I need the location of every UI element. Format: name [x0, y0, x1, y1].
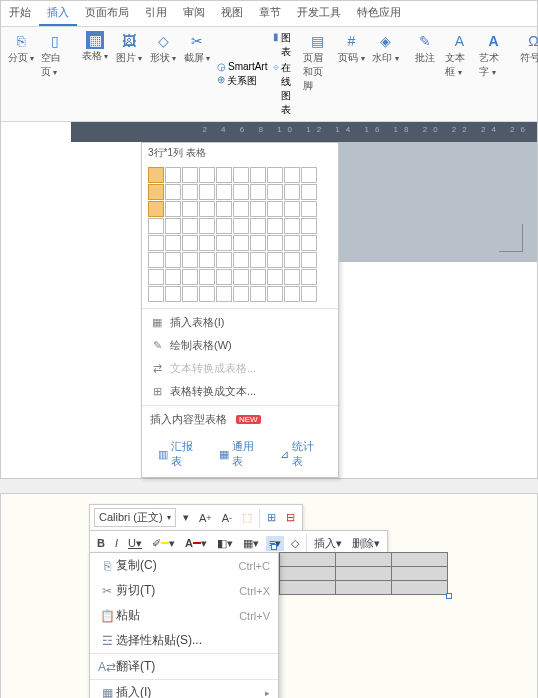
tab-report-table[interactable]: ▥汇报表	[158, 439, 201, 469]
grid-cell[interactable]	[284, 167, 300, 183]
btn-symbol[interactable]: Ω符号	[519, 31, 538, 117]
grid-cell[interactable]	[284, 235, 300, 251]
menu-insert-table[interactable]: ▦插入表格(I)	[142, 311, 338, 334]
grid-cell[interactable]	[284, 286, 300, 302]
table-size-grid[interactable]	[142, 163, 338, 306]
grid-cell[interactable]	[284, 201, 300, 217]
grid-cell[interactable]	[267, 286, 283, 302]
font-size-selector[interactable]: ▾	[180, 510, 192, 525]
italic[interactable]: I	[112, 536, 121, 550]
btn-table[interactable]: ▦表格	[81, 31, 109, 117]
btn-watermark[interactable]: ◈水印	[371, 31, 399, 117]
grid-cell[interactable]	[199, 184, 215, 200]
grid-cell[interactable]	[233, 269, 249, 285]
grid-cell[interactable]	[250, 286, 266, 302]
document-area[interactable]	[339, 142, 537, 262]
grid-cell[interactable]	[250, 269, 266, 285]
btn-picture[interactable]: 🖼图片	[115, 31, 143, 117]
grid-cell[interactable]	[267, 269, 283, 285]
grid-cell[interactable]	[216, 218, 232, 234]
btn-online-chart[interactable]: ⟐在线图表	[273, 61, 291, 117]
btn-page-break[interactable]: ⎘分页	[7, 31, 35, 117]
table-style-icon[interactable]: ⊞	[264, 510, 279, 525]
grid-cell[interactable]	[165, 184, 181, 200]
grid-cell[interactable]	[182, 218, 198, 234]
grid-cell[interactable]	[284, 218, 300, 234]
grid-cell[interactable]	[216, 252, 232, 268]
grid-cell[interactable]	[267, 218, 283, 234]
btn-shapes[interactable]: ◇形状	[149, 31, 177, 117]
ctx-copy[interactable]: ⎘复制(C)Ctrl+C	[90, 553, 278, 578]
grid-cell[interactable]	[182, 235, 198, 251]
move-handle[interactable]	[271, 544, 277, 550]
grid-cell[interactable]	[301, 184, 317, 200]
btn-smartart[interactable]: ◶SmartArt	[217, 61, 267, 72]
grid-cell[interactable]	[267, 252, 283, 268]
tab-references[interactable]: 引用	[137, 1, 175, 26]
mini-delete[interactable]: 删除▾	[349, 535, 383, 552]
grid-cell[interactable]	[250, 184, 266, 200]
grid-cell[interactable]	[182, 167, 198, 183]
menu-draw-table[interactable]: ✎绘制表格(W)	[142, 334, 338, 357]
grid-cell[interactable]	[165, 218, 181, 234]
grid-cell[interactable]	[148, 184, 164, 200]
grid-cell[interactable]	[199, 167, 215, 183]
grid-cell[interactable]	[233, 167, 249, 183]
btn-comment[interactable]: ✎批注	[411, 31, 439, 117]
grid-cell[interactable]	[216, 201, 232, 217]
grid-cell[interactable]	[267, 184, 283, 200]
resize-handle[interactable]	[446, 593, 452, 599]
selected-table[interactable]	[279, 552, 448, 595]
tab-view[interactable]: 视图	[213, 1, 251, 26]
grid-cell[interactable]	[165, 201, 181, 217]
grid-cell[interactable]	[301, 252, 317, 268]
shrink-font[interactable]: A-	[219, 511, 235, 525]
tab-special[interactable]: 特色应用	[349, 1, 409, 26]
ctx-paste-special[interactable]: ☲选择性粘贴(S)...	[90, 628, 278, 653]
tab-general-table[interactable]: ▦通用表	[219, 439, 262, 469]
grid-cell[interactable]	[233, 235, 249, 251]
grid-cell[interactable]	[301, 218, 317, 234]
grid-cell[interactable]	[165, 286, 181, 302]
grid-cell[interactable]	[233, 184, 249, 200]
btn-relation[interactable]: ⊕关系图	[217, 74, 267, 88]
mini-insert[interactable]: 插入▾	[311, 535, 345, 552]
btn-screenshot[interactable]: ✂截屏	[183, 31, 211, 117]
grid-cell[interactable]	[267, 235, 283, 251]
grid-cell[interactable]	[250, 252, 266, 268]
tab-developer[interactable]: 开发工具	[289, 1, 349, 26]
grid-cell[interactable]	[250, 167, 266, 183]
grid-cell[interactable]	[284, 269, 300, 285]
grid-cell[interactable]	[182, 269, 198, 285]
tab-layout[interactable]: 页面布局	[77, 1, 137, 26]
grid-cell[interactable]	[199, 269, 215, 285]
grid-cell[interactable]	[284, 252, 300, 268]
grid-cell[interactable]	[199, 201, 215, 217]
menu-quick-tables[interactable]: 插入内容型表格NEW	[142, 408, 338, 431]
tab-insert[interactable]: 插入	[39, 1, 77, 26]
btn-blank-page[interactable]: ▯空白页	[41, 31, 69, 117]
tab-sections[interactable]: 章节	[251, 1, 289, 26]
tab-stats-table[interactable]: ⊿统计表	[280, 439, 322, 469]
tab-home[interactable]: 开始	[1, 1, 39, 26]
grid-cell[interactable]	[148, 201, 164, 217]
grid-cell[interactable]	[148, 286, 164, 302]
grid-cell[interactable]	[284, 184, 300, 200]
highlight[interactable]: ⬚	[239, 510, 255, 525]
grid-cell[interactable]	[216, 167, 232, 183]
highlight-color[interactable]: ✐▾	[149, 536, 178, 551]
grid-cell[interactable]	[216, 235, 232, 251]
grid-cell[interactable]	[267, 167, 283, 183]
grid-cell[interactable]	[233, 201, 249, 217]
grid-cell[interactable]	[216, 184, 232, 200]
grid-cell[interactable]	[182, 184, 198, 200]
tab-review[interactable]: 审阅	[175, 1, 213, 26]
grid-cell[interactable]	[182, 252, 198, 268]
grid-cell[interactable]	[301, 235, 317, 251]
grid-cell[interactable]	[148, 252, 164, 268]
grid-cell[interactable]	[165, 269, 181, 285]
btn-header-footer[interactable]: ▤页眉和页脚	[303, 31, 331, 117]
ctx-insert[interactable]: ▦插入(I)▸	[90, 680, 278, 698]
bold[interactable]: B	[94, 536, 108, 550]
grid-cell[interactable]	[301, 201, 317, 217]
